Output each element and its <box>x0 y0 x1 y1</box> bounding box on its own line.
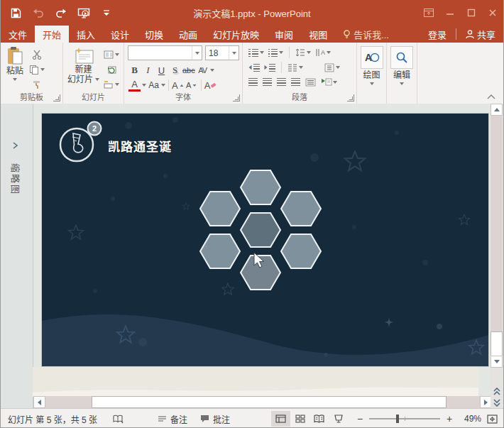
copy-button[interactable] <box>29 63 45 75</box>
format-painter-button[interactable] <box>29 78 45 90</box>
zoom-level[interactable]: 49% <box>461 414 481 424</box>
cut-button[interactable] <box>29 48 45 60</box>
clear-formatting-button[interactable]: A <box>204 79 217 92</box>
underline-button[interactable]: U <box>155 64 168 77</box>
customize-qat-icon[interactable] <box>100 6 113 19</box>
zoom-in-button[interactable]: + <box>444 413 454 424</box>
hexagon-upper-right[interactable] <box>281 192 321 226</box>
vertical-scroll-track[interactable] <box>491 116 503 368</box>
strikethrough-button[interactable]: abc <box>182 64 195 77</box>
ribbon-display-options-icon[interactable] <box>418 0 439 26</box>
decrease-indent-button[interactable] <box>248 64 260 72</box>
undo-icon[interactable] <box>32 6 45 19</box>
maximize-button[interactable] <box>461 0 482 26</box>
layout-caret-icon[interactable] <box>115 53 119 56</box>
grow-font-button[interactable]: A <box>172 79 185 92</box>
font-size-caret-icon[interactable] <box>229 46 239 60</box>
tab-home[interactable]: 开始 <box>35 26 69 43</box>
start-slideshow-icon[interactable] <box>77 6 90 19</box>
zoom-out-button[interactable]: − <box>355 413 365 424</box>
reset-slide-button[interactable] <box>104 63 119 75</box>
hexagon-upper-left[interactable] <box>200 192 240 226</box>
slide-layout-button[interactable] <box>104 48 119 60</box>
zoom-slider-thumb[interactable] <box>396 415 399 423</box>
tab-insert[interactable]: 插入 <box>69 26 103 43</box>
change-case-caret-icon[interactable] <box>161 84 165 87</box>
align-right-button[interactable] <box>277 78 286 86</box>
paragraph-dialog-launcher[interactable] <box>347 94 354 101</box>
editing-button[interactable]: 编辑 <box>387 43 417 85</box>
slideshow-view-button[interactable] <box>329 411 348 427</box>
tab-view[interactable]: 视图 <box>301 26 335 43</box>
slide-canvas[interactable]: 2 凯路通圣诞 <box>42 114 488 366</box>
paste-caret-icon[interactable] <box>13 78 17 81</box>
sign-in-button[interactable]: 登录 <box>420 26 454 43</box>
thumbnail-pane-collapsed[interactable]: 缩略图 <box>1 104 33 408</box>
hexagon-lower-left[interactable] <box>200 234 240 268</box>
section-button[interactable] <box>104 78 119 90</box>
bullets-button[interactable] <box>248 49 264 57</box>
italic-button[interactable]: I <box>142 64 154 77</box>
distribute-button[interactable] <box>305 78 316 87</box>
tab-transitions[interactable]: 切换 <box>137 26 171 43</box>
increase-indent-button[interactable] <box>264 64 275 72</box>
fit-to-window-button[interactable] <box>487 415 498 424</box>
font-dialog-launcher[interactable] <box>233 94 240 101</box>
section-caret-icon[interactable] <box>115 83 119 86</box>
font-size-combo[interactable]: 18 <box>205 45 239 60</box>
hexagon-lower-right[interactable] <box>281 234 321 268</box>
columns-button[interactable] <box>287 64 303 72</box>
clipboard-dialog-launcher[interactable] <box>53 94 60 101</box>
tab-design[interactable]: 设计 <box>103 26 137 43</box>
hexagon-cluster[interactable] <box>200 170 321 290</box>
collapse-ribbon-button[interactable] <box>486 94 496 101</box>
expand-thumbnails-icon[interactable] <box>11 141 21 150</box>
text-shadow-button[interactable]: S <box>169 64 181 77</box>
tab-file[interactable]: 文件 <box>1 26 35 43</box>
tab-review[interactable]: 审阅 <box>267 26 301 43</box>
font-name-caret-icon[interactable] <box>192 46 202 60</box>
hexagon-center[interactable] <box>241 213 280 247</box>
justify-button[interactable] <box>291 78 300 86</box>
close-button[interactable] <box>482 0 503 26</box>
save-icon[interactable] <box>9 6 22 19</box>
share-button[interactable]: 共享 <box>458 26 503 43</box>
shrink-font-button[interactable]: A <box>186 79 198 92</box>
align-text-button[interactable] <box>324 63 340 72</box>
align-center-button[interactable] <box>263 78 272 86</box>
redo-icon[interactable] <box>55 6 67 19</box>
minimize-button[interactable] <box>439 0 461 26</box>
font-name-combo[interactable] <box>128 45 202 60</box>
character-spacing-button[interactable]: AV <box>197 64 209 77</box>
comments-button[interactable]: 批注 <box>200 413 230 425</box>
normal-view-button[interactable] <box>271 411 290 427</box>
tab-tell-me[interactable]: 告诉我... <box>335 26 397 43</box>
convert-smartart-button[interactable] <box>321 77 337 87</box>
slide-sorter-view-button[interactable] <box>290 411 309 427</box>
scroll-left-button[interactable] <box>33 396 45 408</box>
font-color-caret-icon[interactable] <box>142 84 146 87</box>
new-slide-button[interactable]: 新建 幻灯片 <box>67 46 99 90</box>
drawing-button[interactable]: A 绘图 <box>357 43 386 85</box>
stocking-logo[interactable]: 2 <box>60 122 102 162</box>
slide-title-text[interactable]: 凯路通圣诞 <box>108 137 172 155</box>
font-color-button[interactable]: A <box>128 79 141 92</box>
previous-slide-button[interactable] <box>491 386 502 396</box>
reading-view-button[interactable] <box>309 411 329 427</box>
numbering-button[interactable] <box>268 49 283 57</box>
hexagon-top[interactable] <box>241 170 280 204</box>
notes-button[interactable]: 备注 <box>158 413 187 425</box>
align-left-button[interactable] <box>248 78 258 86</box>
text-direction-button[interactable]: A <box>315 48 331 57</box>
change-case-button[interactable]: Aa <box>148 79 160 92</box>
zoom-slider[interactable] <box>369 418 440 419</box>
slide-indicator[interactable]: 幻灯片 第 5 张，共 5 张 <box>1 413 97 425</box>
line-spacing-button[interactable] <box>295 48 311 57</box>
scroll-up-button[interactable] <box>491 104 503 116</box>
horizontal-scrollbar[interactable] <box>33 396 492 408</box>
paste-button[interactable]: 粘贴 <box>6 46 23 90</box>
horizontal-scroll-thumb[interactable] <box>92 396 447 408</box>
vertical-scrollbar[interactable] <box>491 104 503 408</box>
tab-animations[interactable]: 动画 <box>171 26 205 43</box>
next-slide-button[interactable] <box>491 397 502 407</box>
